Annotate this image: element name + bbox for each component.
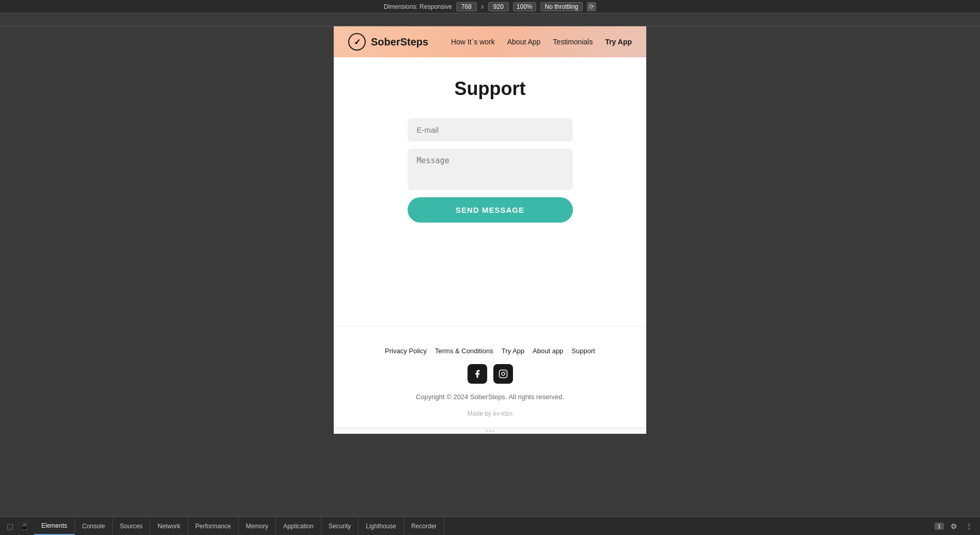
width-input[interactable]: 768 <box>456 2 477 11</box>
zoom-select[interactable]: 100% <box>513 2 536 11</box>
terms-conditions-link[interactable]: Terms & Conditions <box>435 347 493 355</box>
main-content: Support SEND MESSAGE <box>334 57 646 326</box>
navbar: ✓ SoberSteps How It´s work About App Tes… <box>334 26 646 57</box>
try-app-link[interactable]: Try App <box>605 38 632 46</box>
tab-performance[interactable]: Performance <box>188 517 239 535</box>
svg-rect-0 <box>499 370 507 378</box>
about-app-link[interactable]: About App <box>507 38 541 46</box>
footer: Privacy Policy Terms & Conditions Try Ap… <box>334 326 646 428</box>
height-input[interactable]: 920 <box>488 2 509 11</box>
tab-application[interactable]: Application <box>276 517 321 535</box>
ruler <box>0 13 980 26</box>
browser-resize-handle[interactable] <box>334 428 646 434</box>
browser-frame: ✓ SoberSteps How It´s work About App Tes… <box>334 26 646 434</box>
gray-left <box>0 26 334 434</box>
more-icon[interactable]: ⋮ <box>963 521 975 532</box>
error-badge: 1 <box>935 523 944 530</box>
dimension-separator: x <box>481 3 484 10</box>
devtools-topbar: Dimensions: Responsive 768 x 920 100% No… <box>0 0 980 13</box>
tab-lighthouse[interactable]: Lighthouse <box>359 517 404 535</box>
logo-icon: ✓ <box>348 33 366 51</box>
send-message-button[interactable]: SEND MESSAGE <box>408 197 573 223</box>
dimensions-label: Dimensions: Responsive <box>384 3 452 10</box>
settings-icon[interactable]: ⚙ <box>948 521 959 532</box>
nav-brand: ✓ SoberSteps <box>348 33 428 51</box>
browser-layout: ✓ SoberSteps How It´s work About App Tes… <box>0 26 980 434</box>
devtools-panel: ⬚ 📱 Elements Console Sources Network Per… <box>0 516 980 535</box>
support-footer-link[interactable]: Support <box>571 347 595 355</box>
instagram-icon[interactable] <box>493 364 513 384</box>
footer-links: Privacy Policy Terms & Conditions Try Ap… <box>385 347 595 355</box>
copyright-text: Copyright © 2024 SoberSteps. All rights … <box>416 393 564 401</box>
devtools-icons: ⬚ 📱 <box>0 521 34 532</box>
email-input[interactable] <box>408 118 573 141</box>
devtools-tabs: Elements Console Sources Network Perform… <box>34 517 444 535</box>
device-icon[interactable]: 📱 <box>19 521 30 532</box>
tab-sources[interactable]: Sources <box>113 517 150 535</box>
tab-network[interactable]: Network <box>150 517 188 535</box>
tab-security[interactable]: Security <box>321 517 359 535</box>
inspect-icon[interactable]: ⬚ <box>4 521 15 532</box>
nav-links: How It´s work About App Testimonials Try… <box>451 38 632 46</box>
how-it-works-link[interactable]: How It´s work <box>451 38 495 46</box>
gray-right <box>646 26 980 434</box>
testimonials-link[interactable]: Testimonials <box>553 38 593 46</box>
made-by-text: Made by ev-klzn <box>468 410 512 417</box>
facebook-icon[interactable] <box>468 364 487 384</box>
throttle-select[interactable]: No throttling <box>540 2 583 11</box>
page-title: Support <box>344 78 636 100</box>
tab-console[interactable]: Console <box>75 517 113 535</box>
tab-memory[interactable]: Memory <box>239 517 276 535</box>
devtools-right: 1 ⚙ ⋮ <box>929 521 980 532</box>
rotate-icon[interactable]: ⟳ <box>587 2 596 11</box>
tab-recorder[interactable]: Recorder <box>404 517 444 535</box>
social-icons <box>468 364 513 384</box>
message-textarea[interactable] <box>408 149 573 190</box>
try-app-footer-link[interactable]: Try App <box>502 347 524 355</box>
tab-elements[interactable]: Elements <box>34 517 75 535</box>
support-form: SEND MESSAGE <box>344 118 636 223</box>
about-app-footer-link[interactable]: About app <box>533 347 563 355</box>
brand-name: SoberSteps <box>371 36 428 48</box>
privacy-policy-link[interactable]: Privacy Policy <box>385 347 427 355</box>
